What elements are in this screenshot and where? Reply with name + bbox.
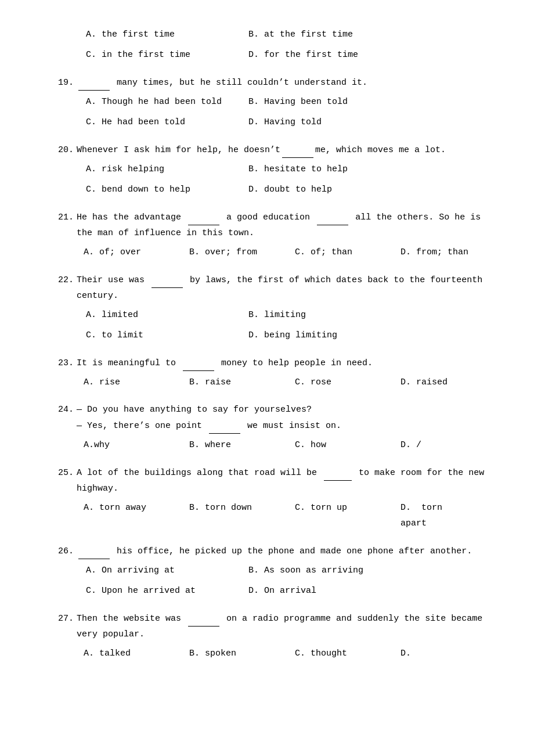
q27-text-line: 27. Then the website was on a radio prog… — [58, 610, 499, 642]
q27-option-b: B. spoken — [182, 645, 288, 663]
q22-options-cd: C. to limit D. being limiting — [77, 326, 499, 344]
q22-options-ab: A. limited B. limiting — [77, 306, 499, 324]
q26-options-ab: A. On arriving at B. As soon as arriving — [77, 561, 499, 579]
q25-blank — [324, 465, 352, 481]
q20-options-ab: A. risk helping B. hesitate to help — [77, 160, 499, 178]
q20-blank — [282, 142, 313, 158]
q19-text: many times, but he still couldn’t unders… — [77, 74, 499, 91]
q24-text-line1: 24. — Do you have anything to say for yo… — [58, 402, 499, 417]
q20-option-d: D. doubt to help — [239, 181, 402, 199]
q25-option-d: D. tornapart — [394, 499, 499, 532]
q24-options-abcd: A.why B. where C. how D. / — [77, 436, 499, 454]
q20-option-c: C. bend down to help — [77, 181, 239, 199]
q21-blank2 — [317, 209, 348, 225]
q23-text: It is meaningful to money to help people… — [77, 355, 499, 371]
q26-option-c: C. Upon he arrived at — [77, 582, 239, 600]
q23-option-b: B. raise — [182, 373, 288, 391]
q24-option-d: D. / — [394, 436, 499, 454]
q19-option-b: B. Having been told — [239, 93, 402, 111]
q22-text-line: 22. Their use was by laws, the first of … — [58, 272, 499, 304]
q26-text-line: 26. his office, he picked up the phone a… — [58, 543, 499, 559]
q25-options-abcd: A. torn away B. torn down C. torn up D. … — [77, 499, 499, 532]
q26-option-b: B. As soon as arriving — [239, 561, 402, 579]
q26-num: 26. — [58, 544, 77, 559]
question-firsttime-row: A. the first time B. at the first time C… — [58, 26, 499, 64]
q24-text-line2: — Yes, there’s one point we must insist … — [77, 417, 499, 434]
q22-option-d: D. being limiting — [239, 326, 402, 344]
q27-options-abcd: A. talked B. spoken C. thought D. — [77, 645, 499, 663]
q24-line2: — Yes, there’s one point we must insist … — [77, 417, 499, 434]
q19-option-d: D. Having told — [239, 113, 402, 131]
q26-text: his office, he picked up the phone and m… — [77, 543, 499, 559]
q24-option-b: B. where — [182, 436, 288, 454]
q24-line1: — Do you have anything to say for yourse… — [77, 402, 499, 417]
q24-option-c: C. how — [288, 436, 394, 454]
q25-num: 25. — [58, 466, 77, 481]
options-row-cd: C. in the first time D. for the first ti… — [77, 46, 499, 64]
question-27: 27. Then the website was on a radio prog… — [58, 610, 499, 663]
q27-option-d: D. — [394, 645, 499, 663]
q26-options-cd: C. Upon he arrived at D. On arrival — [77, 582, 499, 600]
q27-blank — [188, 610, 219, 627]
q21-option-d: D. from; than — [394, 243, 499, 261]
question-19: 19. many times, but he still couldn’t un… — [58, 74, 499, 131]
q23-text-line: 23. It is meaningful to money to help pe… — [58, 355, 499, 371]
q26-option-a: A. On arriving at — [77, 561, 239, 579]
q23-num: 23. — [58, 356, 77, 371]
q21-blank1 — [188, 209, 219, 225]
q21-options-abcd: A. of; over B. over; from C. of; than D.… — [77, 243, 499, 261]
q20-options-cd: C. bend down to help D. doubt to help — [77, 181, 499, 199]
option-a-firsttime: A. the first time — [77, 26, 239, 44]
q26-option-d: D. On arrival — [239, 582, 402, 600]
q21-num: 21. — [58, 210, 77, 225]
option-c-firsttime: C. in the first time — [77, 46, 239, 64]
q23-option-d: D. raised — [394, 373, 499, 391]
q25-text-line: 25. A lot of the buildings along that ro… — [58, 465, 499, 496]
options-row-ab: A. the first time B. at the first time — [77, 26, 499, 44]
question-26: 26. his office, he picked up the phone a… — [58, 543, 499, 600]
q23-blank — [183, 355, 214, 371]
question-23: 23. It is meaningful to money to help pe… — [58, 355, 499, 391]
q23-option-a: A. rise — [77, 373, 182, 391]
q26-blank — [78, 543, 110, 559]
q22-option-c: C. to limit — [77, 326, 239, 344]
q24-blank — [209, 417, 240, 434]
q23-options-abcd: A. rise B. raise C. rose D. raised — [77, 373, 499, 391]
q27-num: 27. — [58, 611, 77, 627]
q21-text: He has the advantage a good education al… — [77, 209, 499, 241]
q22-num: 22. — [58, 273, 77, 288]
q19-option-a: A. Though he had been told — [77, 93, 239, 111]
q25-option-c: C. torn up — [288, 499, 394, 517]
q19-num: 19. — [58, 75, 77, 91]
q27-option-a: A. talked — [77, 645, 182, 663]
question-24: 24. — Do you have anything to say for yo… — [58, 402, 499, 454]
q20-option-b: B. hesitate to help — [239, 160, 402, 178]
q27-option-c: C. thought — [288, 645, 394, 663]
q23-option-c: C. rose — [288, 373, 394, 391]
q20-text: Whenever I ask him for help, he doesn’t … — [77, 142, 499, 158]
q19-option-c: C. He had been told — [77, 113, 239, 131]
q25-option-a: A. torn away — [77, 499, 182, 517]
q22-option-a: A. limited — [77, 306, 239, 324]
q21-text-line: 21. He has the advantage a good educatio… — [58, 209, 499, 241]
q24-num: 24. — [58, 402, 77, 417]
q22-blank — [151, 272, 183, 288]
question-21: 21. He has the advantage a good educatio… — [58, 209, 499, 261]
question-22: 22. Their use was by laws, the first of … — [58, 272, 499, 344]
q20-option-a: A. risk helping — [77, 160, 239, 178]
question-20: 20. Whenever I ask him for help, he does… — [58, 142, 499, 199]
q21-option-b: B. over; from — [182, 243, 288, 261]
q19-blank — [78, 74, 110, 91]
question-25: 25. A lot of the buildings along that ro… — [58, 465, 499, 532]
exam-content: A. the first time B. at the first time C… — [58, 26, 499, 663]
q27-text: Then the website was on a radio programm… — [77, 610, 499, 642]
q21-option-a: A. of; over — [77, 243, 182, 261]
q20-num: 20. — [58, 143, 77, 158]
q19-options-ab: A. Though he had been told B. Having bee… — [77, 93, 499, 111]
option-b-firsttime: B. at the first time — [239, 26, 402, 44]
q24-option-a: A.why — [77, 436, 182, 454]
q19-options-cd: C. He had been told D. Having told — [77, 113, 499, 131]
q20-text-line: 20. Whenever I ask him for help, he does… — [58, 142, 499, 158]
q25-option-b: B. torn down — [182, 499, 288, 517]
q19-text-line: 19. many times, but he still couldn’t un… — [58, 74, 499, 91]
